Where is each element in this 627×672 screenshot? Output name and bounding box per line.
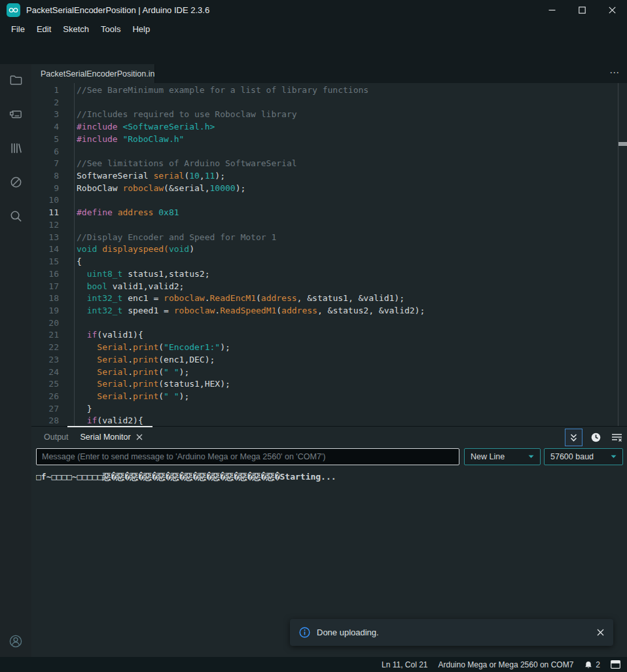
code-line[interactable]: 25 Serial.print(status1,HEX); [31,378,627,391]
line-number[interactable]: 20 [31,317,59,330]
arduino-ide-window: { "titlebar": { "title": "PacketSerialEn… [0,0,627,672]
code-line[interactable]: 1//See BareMinimum example for a list of… [31,84,627,97]
line-number[interactable]: 27 [31,403,59,416]
code-line[interactable]: 17 bool valid1,valid2; [31,281,627,293]
line-number[interactable]: 23 [31,354,59,366]
code-text: bool valid1,valid2; [59,281,184,293]
line-number[interactable]: 15 [31,256,59,268]
editor-scrollbar-thumb[interactable] [618,142,627,146]
more-actions-button[interactable]: ⋯ [609,67,620,79]
line-number[interactable]: 4 [31,121,59,133]
code-line[interactable]: 19 int32_t speed1 = roboclaw.ReadSpeedM1… [31,305,627,317]
line-number[interactable]: 19 [31,305,59,317]
code-line[interactable]: 14void displayspeed(void) [31,243,627,256]
serial-message-input[interactable] [36,448,459,465]
code-text: { [59,256,82,268]
toolbar: Arduino Mega or Meg... Serial Monitor [0,37,627,64]
line-number[interactable]: 17 [31,281,59,293]
close-button[interactable] [597,0,627,20]
code-text: //See BareMinimum example for a list of … [59,84,368,97]
toggle-timestamp-button[interactable] [588,430,603,446]
code-line[interactable]: 22 Serial.print("Encoder1:"); [31,342,627,354]
board-port-status[interactable]: Arduino Mega or Mega 2560 on COM7 [439,660,574,669]
line-number[interactable]: 8 [31,170,59,183]
code-line[interactable]: 18 int32_t enc1 = roboclaw.ReadEncM1(add… [31,292,627,305]
line-ending-dropdown[interactable]: New Line [464,448,541,465]
code-line[interactable]: 11#define address 0x81 [31,207,627,219]
sidebar-debug-button[interactable] [0,166,31,198]
code-line[interactable]: 16 uint8_t status1,status2; [31,268,627,281]
code-text: int32_t enc1 = roboclaw.ReadEncM1(addres… [59,292,404,305]
line-number[interactable]: 14 [31,243,59,256]
line-number[interactable]: 13 [31,232,59,244]
code-editor[interactable]: 1//See BareMinimum example for a list of… [31,83,627,426]
sidebar-search-button[interactable] [0,200,31,232]
menu-help[interactable]: Help [126,22,156,36]
notifications-button[interactable]: 2 [584,660,600,669]
code-line[interactable]: 7//See limitations of Arduino SoftwareSe… [31,158,627,170]
tab-serial-monitor[interactable]: Serial Monitor [75,433,149,442]
clear-output-button[interactable] [609,430,624,446]
line-number[interactable]: 5 [31,133,59,146]
line-number[interactable]: 2 [31,97,59,109]
menu-file[interactable]: File [5,22,31,36]
line-number[interactable]: 11 [31,207,59,219]
line-number[interactable]: 26 [31,391,59,403]
code-line[interactable]: 26 Serial.print(" "); [31,391,627,403]
line-number[interactable]: 21 [31,329,59,342]
line-number[interactable]: 3 [31,109,59,121]
code-line[interactable]: 4#include <SoftwareSerial.h> [31,121,627,133]
toggle-autoscroll-button[interactable] [565,429,582,446]
code-line[interactable]: 28 if(valid2){ [31,415,627,426]
code-line[interactable]: 2 [31,97,627,109]
line-number[interactable]: 22 [31,342,59,354]
line-number[interactable]: 16 [31,268,59,281]
code-line[interactable]: 27 } [31,403,627,416]
code-text: uint8_t status1,status2; [59,268,210,281]
menu-tools[interactable]: Tools [95,22,126,36]
line-number[interactable]: 28 [31,415,59,426]
maximize-button[interactable] [567,0,597,20]
line-number[interactable]: 6 [31,146,59,158]
titlebar: PacketSerialEncoderPosition | Arduino ID… [0,0,627,20]
sidebar-library-manager-button[interactable] [0,132,31,164]
line-number[interactable]: 18 [31,292,59,305]
line-number[interactable]: 24 [31,366,59,379]
line-number[interactable]: 12 [31,219,59,232]
code-line[interactable]: 20 [31,317,627,330]
minimize-button[interactable] [537,0,567,20]
line-number[interactable]: 1 [31,84,59,97]
code-text: void displayspeed(void) [59,243,194,256]
menu-edit[interactable]: Edit [31,22,57,36]
menu-sketch[interactable]: Sketch [57,22,95,36]
code-line[interactable]: 9RoboClaw roboclaw(&serial,10000); [31,183,627,195]
notification-message: Done uploading. [317,628,597,637]
code-line[interactable]: 13//Display Encoder and Speed for Motor … [31,232,627,244]
sidebar-account-button[interactable] [0,626,31,657]
baud-rate-dropdown[interactable]: 57600 baud [544,448,623,465]
line-number[interactable]: 9 [31,183,59,195]
toggle-panel-button[interactable] [611,660,620,669]
code-line[interactable]: 24 Serial.print(" "); [31,366,627,379]
sidebar-sketchbook-button[interactable] [0,64,31,96]
tab-output[interactable]: Output [38,433,75,442]
panel-tabbar: Output Serial Monitor [31,427,627,448]
code-line[interactable]: 10 [31,194,627,207]
code-line[interactable]: 23 Serial.print(enc1,DEC); [31,354,627,366]
code-line[interactable]: 12 [31,219,627,232]
close-tab-icon[interactable] [136,434,143,440]
code-line[interactable]: 8SoftwareSerial serial(10,11); [31,170,627,183]
code-line[interactable]: 3//Includes required to use Roboclaw lib… [31,109,627,121]
code-line[interactable]: 15{ [31,256,627,268]
sidebar-boards-manager-button[interactable] [0,98,31,130]
code-text: //Display Encoder and Speed for Motor 1 [59,232,276,244]
close-notification-icon[interactable] [597,629,604,636]
line-number[interactable]: 10 [31,194,59,207]
line-number[interactable]: 7 [31,158,59,170]
line-number[interactable]: 25 [31,378,59,391]
code-line[interactable]: 6 [31,146,627,158]
tab-sketch-file[interactable]: PacketSerialEncoderPosition.ino [31,64,155,83]
code-line[interactable]: 5#include "RoboClaw.h" [31,133,627,146]
cursor-position[interactable]: Ln 11, Col 21 [382,660,428,669]
code-line[interactable]: 21 if(valid1){ [31,329,627,342]
